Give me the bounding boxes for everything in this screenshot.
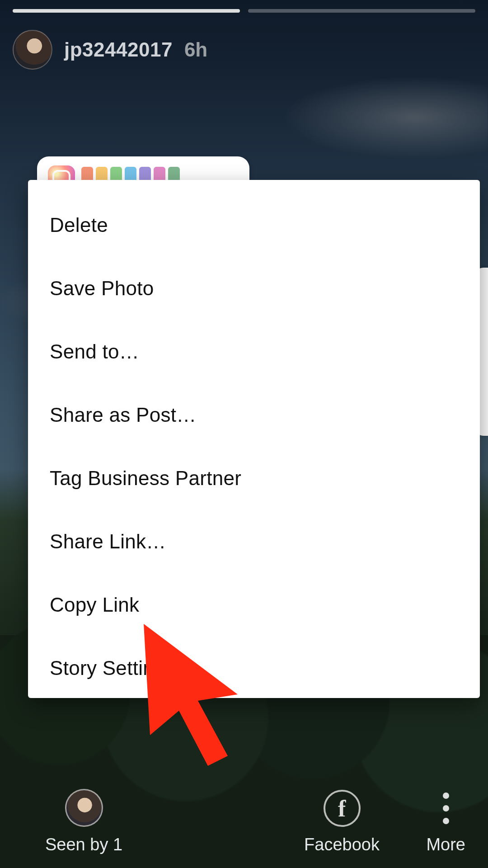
facebook-label: Facebook <box>304 835 380 854</box>
username-label[interactable]: jp32442017 <box>64 38 173 61</box>
menu-item-delete[interactable]: Delete <box>28 193 480 257</box>
story-bottom-bar: Seen by 1 f Facebook More <box>0 755 488 854</box>
more-button[interactable]: More <box>426 790 465 854</box>
more-dots-icon <box>442 790 450 827</box>
story-screen: jp32442017 6h DeleteSave PhotoSend to…Sh… <box>0 0 488 868</box>
progress-segment <box>13 9 240 13</box>
menu-item-share-link[interactable]: Share Link… <box>28 510 480 573</box>
progress-segment <box>248 9 475 13</box>
menu-item-share-as-post[interactable]: Share as Post… <box>28 383 480 447</box>
story-timestamp: 6h <box>184 38 207 61</box>
menu-item-copy-link[interactable]: Copy Link <box>28 573 480 637</box>
user-avatar[interactable] <box>13 30 52 70</box>
story-header: jp32442017 6h <box>13 27 475 72</box>
more-label: More <box>426 835 465 854</box>
facebook-icon: f <box>324 790 361 827</box>
menu-item-save-photo[interactable]: Save Photo <box>28 257 480 320</box>
viewer-avatar <box>65 789 103 827</box>
story-progress <box>13 9 475 13</box>
seen-by-button[interactable]: Seen by 1 <box>45 789 122 854</box>
menu-item-story-settings[interactable]: Story Settings <box>28 637 480 700</box>
story-options-dialog: DeleteSave PhotoSend to…Share as Post…Ta… <box>28 180 480 698</box>
menu-item-tag-business-partner[interactable]: Tag Business Partner <box>28 447 480 510</box>
menu-item-send-to[interactable]: Send to… <box>28 320 480 383</box>
share-facebook-button[interactable]: f Facebook <box>304 790 380 854</box>
seen-by-label: Seen by 1 <box>45 835 122 854</box>
